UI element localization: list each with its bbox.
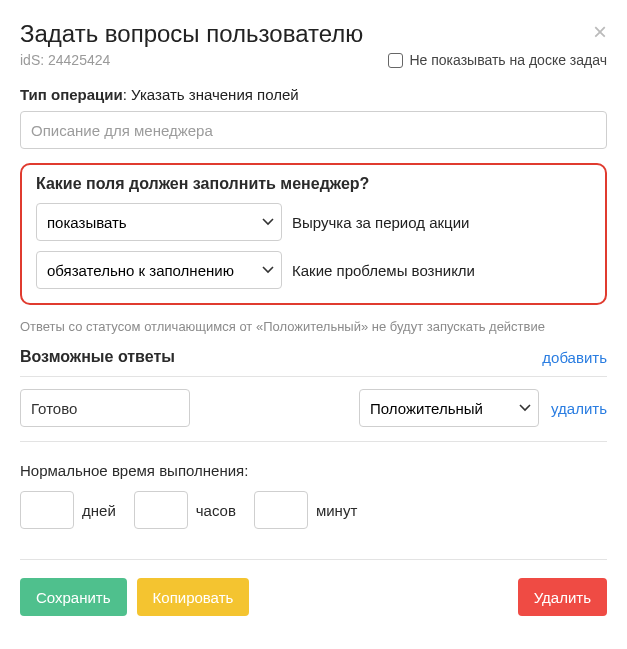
description-input[interactable] <box>20 111 607 149</box>
delete-answer-link[interactable]: удалить <box>551 400 607 417</box>
field-name: Какие проблемы возникли <box>292 262 475 279</box>
answers-title: Возможные ответы <box>20 348 175 366</box>
hours-unit: часов <box>196 502 236 519</box>
field-mode-select[interactable]: показывать <box>36 203 282 241</box>
checkbox-icon[interactable] <box>388 53 403 68</box>
divider <box>20 441 607 442</box>
field-row: показывать Выручка за период акции <box>36 203 591 241</box>
exec-time-row: дней часов минут <box>20 491 607 529</box>
dialog-title: Задать вопросы пользователю <box>20 20 363 48</box>
manager-fields-section: Какие поля должен заполнить менеджер? по… <box>20 163 607 305</box>
field-row: обязательно к заполнению Какие проблемы … <box>36 251 591 289</box>
field-mode-select[interactable]: обязательно к заполнению <box>36 251 282 289</box>
operation-type-label: Тип операции: Указать значения полей <box>20 86 607 103</box>
ids-label: idS: 24425424 <box>20 52 110 68</box>
days-unit: дней <box>82 502 116 519</box>
days-input[interactable] <box>20 491 74 529</box>
checkbox-label: Не показывать на доске задач <box>409 52 607 68</box>
close-icon[interactable]: × <box>593 20 607 44</box>
copy-button[interactable]: Копировать <box>137 578 250 616</box>
save-button[interactable]: Сохранить <box>20 578 127 616</box>
status-hint: Ответы со статусом отличающимся от «Поло… <box>20 319 607 334</box>
field-name: Выручка за период акции <box>292 214 469 231</box>
exec-time-label: Нормальное время выполнения: <box>20 462 607 479</box>
hours-input[interactable] <box>134 491 188 529</box>
minutes-input[interactable] <box>254 491 308 529</box>
hide-on-board-checkbox[interactable]: Не показывать на доске задач <box>388 52 607 68</box>
operation-type-bold: Тип операции <box>20 86 123 103</box>
add-answer-link[interactable]: добавить <box>542 349 607 366</box>
answer-row: Положительный удалить <box>20 389 607 427</box>
operation-type-value: : Указать значения полей <box>123 86 299 103</box>
minutes-unit: минут <box>316 502 357 519</box>
manager-fields-title: Какие поля должен заполнить менеджер? <box>36 175 591 193</box>
answer-status-select[interactable]: Положительный <box>359 389 539 427</box>
footer: Сохранить Копировать Удалить <box>20 559 607 616</box>
answer-text-input[interactable] <box>20 389 190 427</box>
delete-button[interactable]: Удалить <box>518 578 607 616</box>
divider <box>20 376 607 377</box>
